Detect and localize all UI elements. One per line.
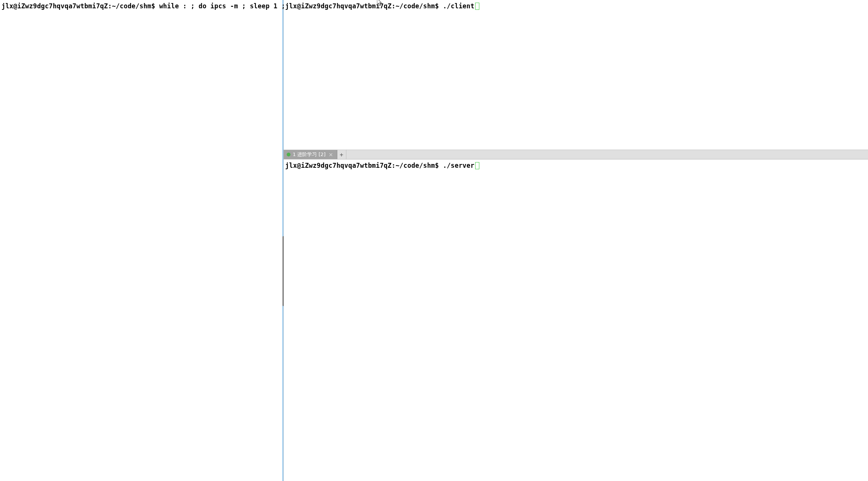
tab-bar: 1 进阶学习 [2] × + bbox=[284, 150, 868, 159]
terminal-pane-bottom-right[interactable]: jlx@iZwz9dgc7hqvqa7wtbmi7qZ:~/code/shm$ … bbox=[284, 159, 868, 481]
new-tab-button[interactable]: + bbox=[337, 150, 346, 159]
cursor-icon bbox=[475, 3, 479, 10]
shell-command: ./client bbox=[443, 2, 474, 10]
terminal-pane-left[interactable]: jlx@iZwz9dgc7hqvqa7wtbmi7qZ:~/code/shm$ … bbox=[0, 0, 283, 481]
close-icon[interactable]: × bbox=[328, 152, 334, 158]
tab-label: 1 进阶学习 [2] bbox=[293, 151, 326, 158]
terminal-line: jlx@iZwz9dgc7hqvqa7wtbmi7qZ:~/code/shm$ … bbox=[284, 159, 868, 169]
shell-prompt: jlx@iZwz9dgc7hqvqa7wtbmi7qZ:~/code/shm$ bbox=[285, 162, 443, 169]
terminal-pane-top-right[interactable]: jlx@iZwz9dgc7hqvqa7wtbmi7qZ:~/code/shm$ … bbox=[284, 0, 868, 150]
terminal-line: jlx@iZwz9dgc7hqvqa7wtbmi7qZ:~/code/shm$ … bbox=[284, 0, 868, 10]
tab-session[interactable]: 1 进阶学习 [2] × bbox=[284, 150, 337, 159]
terminal-line: jlx@iZwz9dgc7hqvqa7wtbmi7qZ:~/code/shm$ … bbox=[0, 0, 283, 10]
status-dot-icon bbox=[287, 153, 290, 156]
shell-prompt: jlx@iZwz9dgc7hqvqa7wtbmi7qZ:~/code/shm$ bbox=[285, 2, 443, 10]
tab-bar-spacer bbox=[346, 150, 868, 159]
shell-prompt: jlx@iZwz9dgc7hqvqa7wtbmi7qZ:~/code/shm$ bbox=[2, 2, 159, 10]
cursor-icon bbox=[475, 162, 479, 169]
shell-command: ./server bbox=[443, 162, 474, 169]
plus-icon: + bbox=[340, 151, 343, 158]
